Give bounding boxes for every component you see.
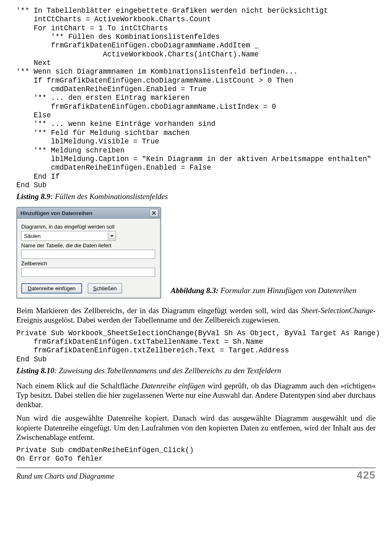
close-icon — [152, 211, 156, 215]
code-listing-3: Private Sub cmdDatenReiheEinfügen_Click(… — [16, 446, 376, 464]
btn-datenreihe-einfuegen[interactable]: Datenreihe einfügen — [21, 283, 82, 294]
figure-8-3-text: Formular zum Hinzufügen von Datenreihen — [218, 286, 356, 295]
combo-value: Säulen — [22, 233, 108, 239]
combo-arrow[interactable] — [108, 231, 116, 240]
label-zellbereich: Zellbereich — [21, 260, 156, 267]
paragraph-1: Beim Markieren des Zellbereichs, der in … — [16, 306, 376, 325]
em-sheetselectionchange: Sheet-SelectionChange — [301, 306, 373, 315]
input-zellbereich[interactable] — [21, 268, 155, 277]
dialog-title: Hinzufügen von Datenreihen — [20, 210, 92, 216]
label-tabelle: Name der Tabelle, die die Daten liefert — [21, 242, 156, 249]
btn-schliessen[interactable]: Schließen — [88, 283, 122, 294]
listing-8-10-text: : Zuweisung des Tabellennamens und des Z… — [54, 366, 281, 375]
listing-8-10-label: Listing 8.10 — [16, 366, 54, 375]
combo-diagramm[interactable]: Säulen — [21, 231, 116, 241]
figure-8-3-caption: Abbildung 8.3: Formular zum Hinzufügen v… — [171, 286, 376, 298]
figure-8-3-label: Abbildung 8.3: — [171, 286, 218, 295]
paragraph-3: Nun wird die ausgewählte Datenreihe kopi… — [16, 413, 376, 442]
listing-8-9-caption: Listing 8.9: Füllen des Kombinationslist… — [16, 192, 376, 201]
listing-8-10-caption: Listing 8.10: Zuweisung des Tabellenname… — [16, 366, 376, 375]
close-button[interactable] — [149, 209, 158, 217]
code-listing-2: Private Sub Workbook_SheetSelectionChang… — [16, 329, 376, 364]
input-tabelle[interactable] — [21, 250, 155, 259]
code-listing-1: '** In Tabellenblätter eingebettete Graf… — [16, 7, 376, 190]
chevron-down-icon — [110, 235, 114, 237]
listing-8-9-text: : Füllen des Kombinationslistenfeldes — [50, 192, 168, 201]
footer-chapter: Rund um Charts und Diagramme — [16, 472, 114, 481]
paragraph-2: Nach einem Klick auf die Schaltfläche Da… — [16, 381, 376, 410]
em-datenreihe-einfuegen: Datenreihe einfügen — [141, 381, 205, 390]
dialog-hinzufuegen-von-datenreihen: Hinzufügen von Datenreihen Diagramm, in … — [16, 207, 161, 298]
page-number: 425 — [357, 469, 376, 482]
label-diagramm: Diagramm, in das eingefügt werden soll — [21, 224, 156, 230]
listing-8-9-label: Listing 8.9 — [16, 192, 50, 201]
